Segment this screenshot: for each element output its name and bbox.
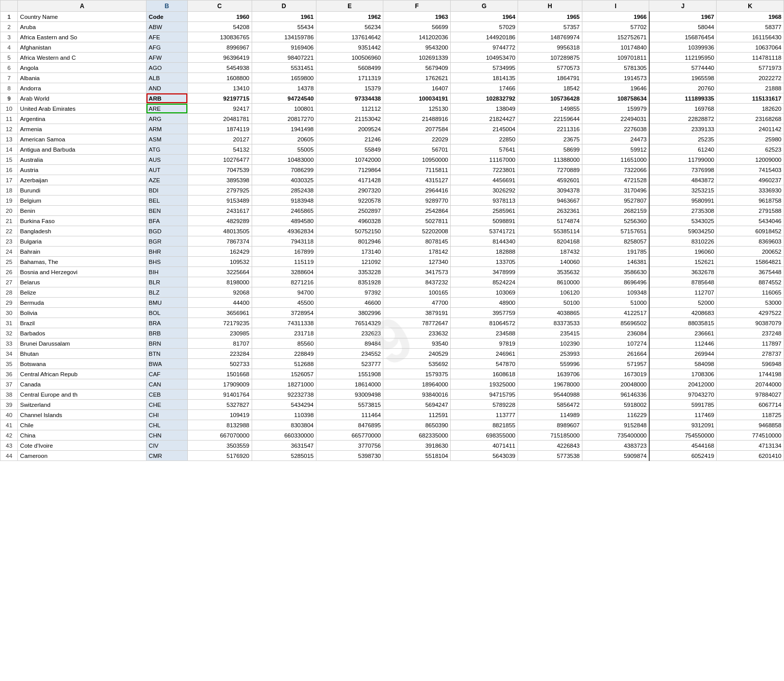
cell-year-value[interactable]: 57357: [518, 22, 582, 32]
cell-year-value[interactable]: 10483000: [252, 155, 316, 165]
cell-year-value[interactable]: 4456691: [451, 175, 518, 185]
cell-year-value[interactable]: 57702: [582, 22, 649, 32]
cell-year-value[interactable]: 1526057: [252, 369, 316, 379]
cell-country-code[interactable]: BHS: [146, 257, 187, 267]
cell-country-name[interactable]: Canada: [18, 379, 146, 390]
cell-year-value[interactable]: 235415: [518, 328, 582, 338]
cell-year-value[interactable]: 2632361: [518, 206, 582, 216]
cell-year-value[interactable]: 231718: [252, 328, 316, 338]
cell-year-value[interactable]: 48900: [451, 298, 518, 308]
cell-country-code[interactable]: BIH: [146, 267, 187, 277]
cell-year-value[interactable]: 102390: [518, 338, 582, 349]
cell-year-value[interactable]: 4544168: [649, 441, 717, 451]
cell-year-value[interactable]: 5285015: [252, 451, 316, 461]
col-header-b[interactable]: B: [146, 1, 187, 12]
cell-year-value[interactable]: 4315127: [383, 175, 451, 185]
cell-year-value[interactable]: 3026292: [451, 185, 518, 196]
cell-country-name[interactable]: Belarus: [18, 277, 146, 287]
cell-year-value[interactable]: 22828872: [649, 114, 717, 124]
cell-year-value[interactable]: 2465865: [252, 206, 316, 216]
cell-year-value[interactable]: 97334438: [316, 93, 383, 104]
cell-year-value[interactable]: 8012946: [316, 236, 383, 247]
cell-country-code[interactable]: BWA: [146, 359, 187, 369]
cell-year-value[interactable]: 2542864: [383, 206, 451, 216]
cell-year-value[interactable]: 8204168: [518, 236, 582, 247]
cell-year-value[interactable]: 3353228: [316, 267, 383, 277]
cell-year-value[interactable]: 20817270: [252, 114, 316, 124]
cell-year-value[interactable]: 54132: [187, 144, 252, 155]
cell-year-value[interactable]: 17466: [451, 83, 518, 93]
cell-year-value[interactable]: 97884027: [717, 390, 784, 400]
cell-country-code[interactable]: ARE: [146, 104, 187, 114]
cell-year-value[interactable]: 92197715: [187, 93, 252, 104]
cell-year-value[interactable]: 2852438: [252, 185, 316, 196]
cell-year-value[interactable]: 55005: [252, 144, 316, 155]
cell-year-value[interactable]: 74311338: [252, 318, 316, 328]
cell-year-value[interactable]: 167899: [252, 247, 316, 257]
cell-year-value[interactable]: 45500: [252, 298, 316, 308]
cell-year-value[interactable]: 81707: [187, 338, 252, 349]
cell-country-name[interactable]: Central Europe and th: [18, 390, 146, 400]
cell-country-name[interactable]: Bhutan: [18, 349, 146, 359]
cell-year-value[interactable]: 1864791: [518, 73, 582, 83]
cell-year-value[interactable]: 146381: [582, 257, 649, 267]
cell-year-value[interactable]: 96396419: [187, 53, 252, 63]
cell-year-value[interactable]: 44400: [187, 298, 252, 308]
cell-year-value[interactable]: 8476895: [316, 420, 383, 430]
cell-year-value[interactable]: 1608618: [451, 369, 518, 379]
cell-year-value[interactable]: 115131617: [717, 93, 784, 104]
cell-year-value[interactable]: 55849: [316, 144, 383, 155]
cell-country-code[interactable]: AFG: [146, 42, 187, 53]
cell-year-value[interactable]: 58044: [649, 22, 717, 32]
cell-year-value[interactable]: 5434294: [252, 400, 316, 410]
cell-year-value[interactable]: 107274: [582, 338, 649, 349]
cell-year-value[interactable]: 20760: [649, 83, 717, 93]
cell-year-value[interactable]: 2502897: [316, 206, 383, 216]
cell-year-value[interactable]: 182620: [717, 104, 784, 114]
cell-year-value[interactable]: 8785648: [649, 277, 717, 287]
cell-country-code[interactable]: CHE: [146, 400, 187, 410]
cell-year-value[interactable]: 137614642: [316, 32, 383, 42]
cell-country-code[interactable]: CAN: [146, 379, 187, 390]
cell-year-value[interactable]: 1551908: [316, 369, 383, 379]
cell-year-value[interactable]: 5608499: [316, 63, 383, 73]
cell-year-value[interactable]: 1964: [451, 12, 518, 22]
cell-year-value[interactable]: 5256360: [582, 216, 649, 226]
cell-country-code[interactable]: BRB: [146, 328, 187, 338]
cell-year-value[interactable]: 18271000: [252, 379, 316, 390]
cell-year-value[interactable]: 118725: [717, 410, 784, 420]
cell-year-value[interactable]: 144920186: [451, 32, 518, 42]
cell-year-value[interactable]: 9744772: [451, 42, 518, 53]
cell-year-value[interactable]: 523777: [316, 359, 383, 369]
cell-year-value[interactable]: 111899335: [649, 93, 717, 104]
cell-country-name[interactable]: Cameroon: [18, 451, 146, 461]
cell-year-value[interactable]: 8821855: [451, 420, 518, 430]
cell-country-code[interactable]: CMR: [146, 451, 187, 461]
cell-country-code[interactable]: AFE: [146, 32, 187, 42]
cell-year-value[interactable]: 234588: [451, 328, 518, 338]
cell-year-value[interactable]: 8437232: [383, 277, 451, 287]
cell-year-value[interactable]: 23168268: [717, 114, 784, 124]
cell-year-value[interactable]: 278737: [717, 349, 784, 359]
cell-year-value[interactable]: 58377: [717, 22, 784, 32]
cell-year-value[interactable]: 3770756: [316, 441, 383, 451]
cell-year-value[interactable]: 10950000: [383, 155, 451, 165]
cell-year-value[interactable]: 3675448: [717, 267, 784, 277]
cell-country-name[interactable]: Bolivia: [18, 308, 146, 318]
cell-year-value[interactable]: 178142: [383, 247, 451, 257]
cell-country-code[interactable]: ARB: [146, 93, 187, 104]
cell-year-value[interactable]: 50100: [518, 298, 582, 308]
cell-year-value[interactable]: 1608800: [187, 73, 252, 83]
cell-year-value[interactable]: 46600: [316, 298, 383, 308]
cell-year-value[interactable]: 22029: [383, 134, 451, 144]
cell-year-value[interactable]: 62523: [717, 144, 784, 155]
col-header-h[interactable]: H: [518, 1, 582, 12]
cell-year-value[interactable]: 9351442: [316, 42, 383, 53]
col-header-f[interactable]: F: [383, 1, 451, 12]
cell-year-value[interactable]: 5789228: [451, 400, 518, 410]
cell-year-value[interactable]: 51000: [582, 298, 649, 308]
cell-year-value[interactable]: 78772647: [383, 318, 451, 328]
cell-year-value[interactable]: 4829289: [187, 216, 252, 226]
cell-year-value[interactable]: 3094378: [518, 185, 582, 196]
cell-country-name[interactable]: Chile: [18, 420, 146, 430]
